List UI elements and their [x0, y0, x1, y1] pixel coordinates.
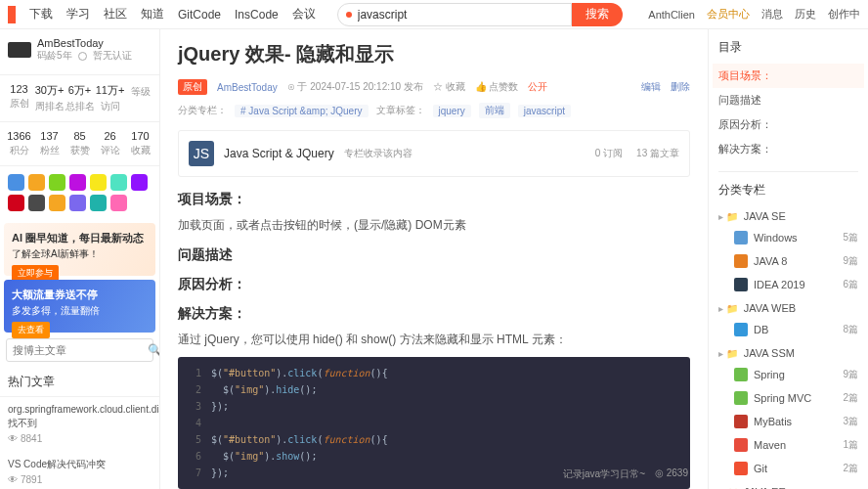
stat-item[interactable]: 85获赞 — [65, 130, 95, 157]
stats-row-1: 123原创30万+周排名6万+总排名11万+访问等级 — [0, 75, 159, 122]
achievement-badge-icon[interactable] — [8, 174, 24, 191]
site-logo[interactable] — [8, 6, 16, 23]
category-group-header[interactable]: ▸ 📁JAVA SSM — [718, 343, 858, 363]
category-group-header[interactable]: ▸ 📁JAVA SE — [718, 206, 858, 226]
tag-javascript[interactable]: javascript — [518, 105, 571, 117]
achievement-badge-icon[interactable] — [131, 174, 148, 191]
section-problem-title: 问题描述 — [178, 246, 690, 264]
stat-item[interactable]: 26评论 — [95, 130, 125, 157]
article-title: jQuery 效果- 隐藏和显示 — [178, 41, 690, 67]
achievement-badge-icon[interactable] — [90, 174, 107, 191]
nav-know[interactable]: 知道 — [141, 6, 164, 22]
category-item[interactable]: Git2篇 — [718, 457, 858, 480]
achievement-badge-icon[interactable] — [49, 195, 65, 211]
category-group-header[interactable]: ▸ 📁JAVA WEB — [718, 298, 858, 318]
nav-right-msg[interactable]: 消息 — [761, 7, 783, 22]
tag-frontend[interactable]: 前端 — [479, 103, 510, 118]
nav-right-history[interactable]: 历史 — [795, 7, 816, 22]
author-verify: 暂无认证 — [93, 49, 132, 63]
stat-item[interactable]: 30万+周排名 — [34, 83, 65, 113]
category-group-header[interactable]: ▸ 📁JAVA EE — [718, 482, 858, 489]
delete-link[interactable]: 删除 — [671, 80, 690, 94]
edit-link[interactable]: 编辑 — [641, 80, 661, 94]
toc-item-problem[interactable]: 问题描述 — [718, 88, 858, 112]
promo-ai-card[interactable]: AI 圈早知道，每日最新动态 了解全球AI新鲜事！ 立即参与 — [4, 223, 155, 276]
nav-right-anthclien[interactable]: AnthClien — [648, 9, 695, 21]
category-item[interactable]: DB8篇 — [718, 318, 858, 341]
author-profile: AmBestToday 码龄5年 暂无认证 — [0, 29, 159, 75]
search-indicator-icon — [346, 12, 352, 18]
categories-title: 分类专栏 — [718, 182, 858, 199]
section-solution-text: 通过 jQuery，您可以使用 hide() 和 show() 方法来隐藏和显示… — [178, 331, 690, 349]
category-item[interactable]: Windows5篇 — [718, 226, 858, 249]
collection-box[interactable]: JS Java Script & JQuery 专栏收录该内容 0 订阅 13 … — [178, 130, 690, 177]
collection-icon: JS — [189, 141, 214, 166]
promo1-title: AI 圈早知道，每日最新动态 — [12, 231, 148, 245]
blog-search-input[interactable] — [13, 344, 148, 356]
search-input[interactable] — [358, 8, 563, 22]
stat-item[interactable]: 等级 — [125, 83, 155, 113]
nav-learn[interactable]: 学习 — [66, 6, 90, 22]
category-tag[interactable]: # Java Script &amp; JQuery — [235, 105, 369, 117]
nav-community[interactable]: 社区 — [104, 6, 127, 22]
stat-item[interactable]: 123原创 — [4, 83, 34, 113]
author-name[interactable]: AmBestToday — [37, 37, 132, 49]
article-content: jQuery 效果- 隐藏和显示 原创 AmBestToday ⊙ 于 2024… — [160, 29, 708, 489]
meta-star[interactable]: ☆ 收藏 — [433, 80, 465, 94]
nav-gitcode[interactable]: GitCode — [178, 8, 221, 22]
toc-item-cause[interactable]: 原因分析： — [718, 112, 858, 137]
achievement-badge-icon[interactable] — [90, 195, 107, 211]
achievement-badge-icon[interactable] — [69, 174, 86, 191]
promo2-button[interactable]: 去查看 — [12, 322, 50, 338]
section-scenario-title: 项目场景： — [178, 191, 690, 208]
category-item[interactable]: JAVA 89篇 — [718, 249, 858, 273]
stat-item[interactable]: 1366积分 — [4, 130, 34, 157]
achievement-badge-icon[interactable] — [49, 174, 65, 191]
left-sidebar: AmBestToday 码龄5年 暂无认证 123原创30万+周排名6万+总排名… — [0, 29, 160, 489]
achievement-badges — [0, 166, 159, 219]
hot-article-item[interactable]: org.springframework.cloud.client.discove… — [0, 397, 159, 452]
meta-like[interactable]: 👍 点赞数 — [475, 80, 519, 94]
promo2-title: 大额流量券送不停 — [12, 288, 148, 302]
section-cause-title: 原因分析： — [178, 276, 690, 293]
stat-item[interactable]: 11万+访问 — [95, 83, 125, 113]
global-search: 搜索 — [337, 3, 623, 26]
nav-meeting[interactable]: 会议 — [292, 6, 316, 22]
eye-icon: 👁 — [8, 432, 18, 446]
toc-item-scenario[interactable]: 项目场景： — [713, 64, 864, 88]
stat-item[interactable]: 137粉丝 — [34, 130, 65, 157]
nav-inscode[interactable]: InsCode — [235, 8, 279, 22]
nav-right-create[interactable]: 创作中 — [828, 7, 860, 22]
achievement-badge-icon[interactable] — [8, 195, 24, 211]
stat-item[interactable]: 170收藏 — [125, 130, 155, 157]
nav-right-vip[interactable]: 会员中心 — [707, 7, 750, 22]
achievement-badge-icon[interactable] — [110, 195, 127, 211]
next-series: 记录java学习日常~ — [563, 467, 645, 481]
category-item[interactable]: MyBatis3篇 — [718, 410, 858, 433]
achievement-badge-icon[interactable] — [69, 195, 86, 211]
right-sidebar: 目录 项目场景： 问题描述 原因分析： 解决方案： 分类专栏 ▸ 📁JAVA S… — [708, 29, 868, 489]
category-label: 分类专栏： — [178, 104, 227, 117]
top-nav: 下载 学习 社区 知道 GitCode InsCode 会议 搜索 AnthCl… — [0, 0, 868, 29]
meta-public[interactable]: 公开 — [528, 80, 547, 94]
promo-traffic-card[interactable]: 大额流量券送不停 多发多得，流量翻倍 去查看 — [4, 280, 155, 333]
category-item[interactable]: Spring MVC2篇 — [718, 386, 858, 410]
tag-jquery[interactable]: jquery — [433, 105, 471, 117]
toc-item-solution[interactable]: 解决方案： — [718, 137, 858, 161]
category-item[interactable]: Spring9篇 — [718, 363, 858, 386]
achievement-badge-icon[interactable] — [110, 174, 127, 191]
achievement-badge-icon[interactable] — [28, 195, 45, 211]
category-item[interactable]: IDEA 20196篇 — [718, 273, 858, 296]
search-button[interactable]: 搜索 — [572, 3, 623, 26]
category-item[interactable]: Maven1篇 — [718, 433, 858, 457]
stats-row-2: 1366积分137粉丝85获赞26评论170收藏 — [0, 122, 159, 166]
collection-subs: 0 订阅 — [595, 147, 623, 160]
nav-download[interactable]: 下载 — [29, 6, 53, 22]
search-icon[interactable]: 🔍 — [148, 343, 160, 357]
achievement-badge-icon[interactable] — [28, 174, 45, 191]
stat-item[interactable]: 6万+总排名 — [65, 83, 95, 113]
meta-author[interactable]: AmBestToday — [217, 82, 278, 93]
original-badge: 原创 — [178, 79, 207, 95]
hot-article-item[interactable]: VS Code解决代码冲突👁 7891 — [0, 452, 159, 489]
author-avatar[interactable] — [8, 42, 31, 58]
